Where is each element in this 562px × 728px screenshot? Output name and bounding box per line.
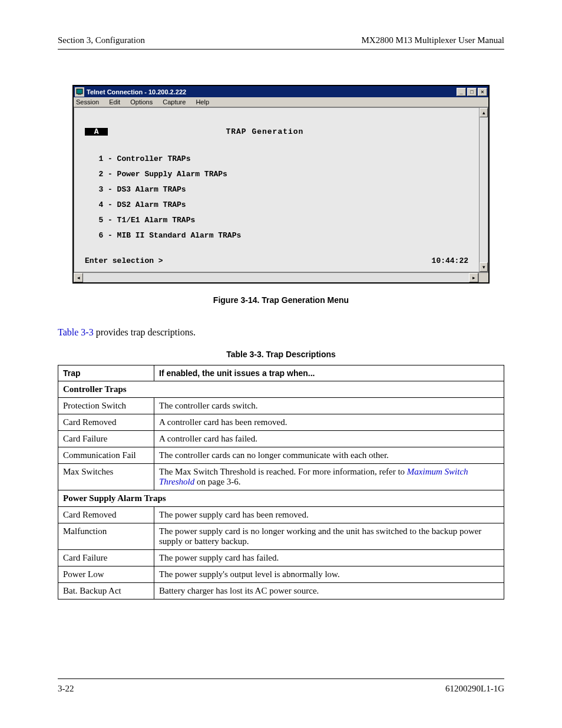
menu-line-4: 4 - DS2 Alarm TRAPs bbox=[85, 201, 468, 209]
menubar: Session Edit Options Capture Help bbox=[74, 97, 488, 107]
header-rule bbox=[58, 49, 504, 50]
terminal[interactable]: A TRAP Generation 1 - Controller TRAPs 2… bbox=[74, 107, 479, 272]
horizontal-scrollbar[interactable]: ◂ ▸ bbox=[74, 272, 488, 282]
vertical-scrollbar[interactable]: ▴ ▾ bbox=[479, 107, 488, 272]
section-header: Section 3, Configuration bbox=[58, 35, 145, 45]
menu-help[interactable]: Help bbox=[196, 98, 209, 106]
scroll-down-icon[interactable]: ▾ bbox=[480, 262, 488, 272]
menu-line-6: 6 - MIB II Standard Alarm TRAPs bbox=[85, 232, 468, 239]
terminal-title: TRAP Generation bbox=[226, 128, 303, 136]
svg-rect-0 bbox=[77, 89, 82, 94]
table-row: MalfunctionThe power supply card is no l… bbox=[58, 523, 504, 550]
menu-edit[interactable]: Edit bbox=[109, 98, 120, 106]
menu-line-3: 3 - DS3 Alarm TRAPs bbox=[85, 186, 468, 193]
table-row: Max Switches The Max Switch Threshold is… bbox=[58, 464, 504, 490]
table-row: Card FailureThe power supply card has fa… bbox=[58, 550, 504, 566]
svg-rect-1 bbox=[78, 94, 81, 95]
clock: 10:44:22 bbox=[432, 257, 468, 265]
titlebar: Telnet Connection - 10.200.2.222 _ □ × bbox=[74, 86, 488, 97]
scroll-right-icon[interactable]: ▸ bbox=[469, 273, 478, 282]
terminal-badge: A bbox=[85, 128, 108, 136]
telnet-window: Telnet Connection - 10.200.2.222 _ □ × S… bbox=[72, 85, 490, 284]
scroll-up-icon[interactable]: ▴ bbox=[480, 108, 488, 117]
app-icon bbox=[75, 87, 84, 97]
menu-capture[interactable]: Capture bbox=[163, 98, 186, 106]
table-3-3-link[interactable]: Table 3-3 bbox=[58, 327, 94, 337]
th-desc: If enabled, the unit issues a trap when.… bbox=[154, 365, 504, 381]
scroll-left-icon[interactable]: ◂ bbox=[74, 273, 83, 282]
section-controller: Controller Traps bbox=[58, 381, 504, 398]
figure-caption: Figure 3-14. Trap Generation Menu bbox=[58, 295, 504, 305]
table-row: Power LowThe power supply's output level… bbox=[58, 566, 504, 583]
window-title: Telnet Connection - 10.200.2.222 bbox=[87, 88, 186, 95]
table-row: Card RemovedA controller card has been r… bbox=[58, 414, 504, 431]
maximize-button[interactable]: □ bbox=[467, 88, 477, 96]
table-row: Bat. Backup ActBattery charger has lost … bbox=[58, 583, 504, 599]
menu-session[interactable]: Session bbox=[76, 98, 99, 106]
prompt[interactable]: Enter selection > bbox=[85, 257, 163, 265]
resize-grip-icon[interactable] bbox=[478, 273, 488, 282]
th-trap: Trap bbox=[58, 365, 154, 381]
table-row: Card RemovedThe power supply card has be… bbox=[58, 507, 504, 523]
table-caption: Table 3-3. Trap Descriptions bbox=[58, 350, 504, 359]
minimize-button[interactable]: _ bbox=[457, 88, 466, 96]
table-row: Protection SwitchThe controller cards sw… bbox=[58, 398, 504, 414]
menu-line-5: 5 - T1/E1 Alarm TRAPs bbox=[85, 216, 468, 224]
section-powersupply: Power Supply Alarm Traps bbox=[58, 490, 504, 507]
close-button[interactable]: × bbox=[478, 88, 487, 96]
trap-descriptions-table: Trap If enabled, the unit issues a trap … bbox=[58, 365, 504, 599]
menu-line-2: 2 - Power Supply Alarm TRAPs bbox=[85, 170, 468, 178]
menu-options[interactable]: Options bbox=[130, 98, 153, 106]
table-row: Communication FailThe controller cards c… bbox=[58, 447, 504, 464]
page-number: 3-22 bbox=[58, 684, 74, 694]
manual-title: MX2800 M13 Multiplexer User Manual bbox=[362, 35, 504, 45]
body-text: Table 3-3 provides trap descriptions. bbox=[58, 327, 504, 338]
table-row: Card FailureA controller card has failed… bbox=[58, 431, 504, 447]
doc-id: 61200290L1-1G bbox=[445, 684, 504, 694]
menu-line-1: 1 - Controller TRAPs bbox=[85, 155, 468, 163]
